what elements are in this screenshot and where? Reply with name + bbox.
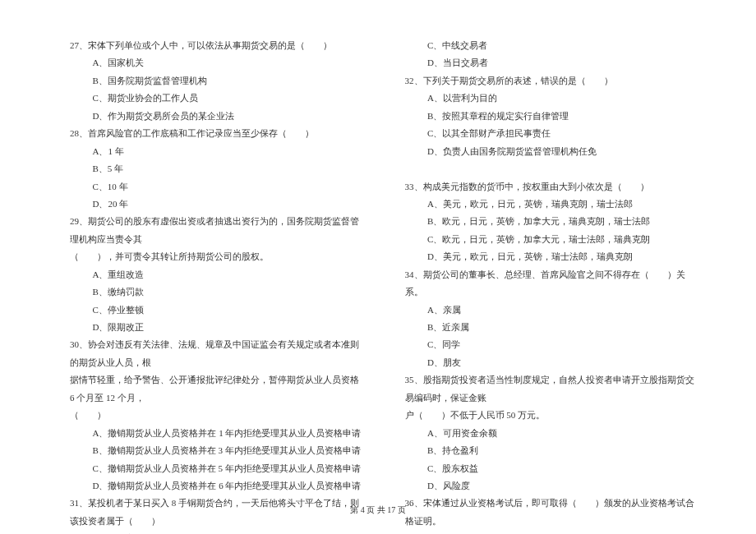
q33-opt-d: D、美元，欧元，日元，英镑，瑞士法郎，瑞典克朗: [405, 248, 699, 265]
q29-opt-c: C、停业整顿: [70, 302, 364, 319]
q35-cont: 户（ ）不低于人民币 50 万元。: [405, 407, 699, 424]
q29-title: 29、期货公司的股东有虚假出资或者抽逃出资行为的，国务院期货监督管理机构应当责令…: [70, 213, 364, 248]
q31-opt-a: A、长线交易者: [70, 530, 364, 534]
q34-opt-d: D、朋友: [405, 354, 699, 371]
q27-opt-b: B、国务院期货监督管理机构: [70, 72, 364, 90]
q27-opt-a: A、国家机关: [70, 54, 364, 71]
q29-opt-b: B、缴纳罚款: [70, 283, 364, 301]
q30-title: 30、协会对违反有关法律、法规、规章及中国证监会有关规定或者本准则的期货从业人员…: [70, 336, 364, 371]
q27-opt-c: C、期货业协会的工作人员: [70, 90, 364, 107]
q28-opt-d: D、20 年: [70, 196, 364, 213]
q30-opt-a: A、撤销期货从业人员资格并在 1 年内拒绝受理其从业人员资格申请: [70, 425, 364, 442]
q27-title: 27、宋体下列单位或个人中，可以依法从事期货交易的是（ ）: [70, 37, 364, 54]
q35-title: 35、股指期货投资者适当性制度规定，自然人投资者申请开立股指期货交易编码时，保证…: [405, 371, 699, 407]
q29-cont: （ ），并可责令其转让所持期货公司的股权。: [70, 248, 364, 265]
q34-opt-b: B、近亲属: [405, 319, 699, 336]
q30-opt-d: D、撤销期货从业人员资格并在 6 年内拒绝受理其从业人员资格申请: [70, 477, 364, 495]
q34-opt-a: A、亲属: [405, 302, 699, 319]
q27-opt-d: D、作为期货交易所会员的某企业法: [70, 108, 364, 125]
q31-opt-d: D、当日交易者: [405, 54, 699, 71]
q36-opt-a: A、中国证监会: [405, 530, 699, 534]
q28-opt-a: A、1 年: [70, 143, 364, 160]
q32-opt-b: B、按照其章程的规定实行自律管理: [405, 108, 699, 125]
q28-title: 28、首席风险官的工作底稿和工作记录应当至少保存（ ）: [70, 125, 364, 142]
q35-opt-c: C、股东权益: [405, 460, 699, 477]
q30-cont2: （ ）: [70, 407, 364, 424]
q28-opt-c: C、10 年: [70, 178, 364, 196]
q32-opt-c: C、以其全部财产承担民事责任: [405, 125, 699, 142]
left-column: 27、宋体下列单位或个人中，可以依法从事期货交易的是（ ） A、国家机关 B、国…: [70, 37, 364, 534]
q33-opt-c: C、欧元，日元，英镑，加拿大元，瑞士法郎，瑞典克朗: [405, 231, 699, 248]
page-footer: 第 4 页 共 17 页: [0, 504, 756, 516]
q29-opt-d: D、限期改正: [70, 319, 364, 336]
q28-opt-b: B、5 年: [70, 160, 364, 177]
q33-title: 33、构成美元指数的货币中，按权重由大到小依次是（ ）: [405, 178, 699, 196]
spacer: [405, 160, 699, 177]
q32-title: 32、下列关于期货交易所的表述，错误的是（ ）: [405, 72, 699, 90]
q34-opt-c: C、同学: [405, 336, 699, 353]
right-column: C、中线交易者 D、当日交易者 32、下列关于期货交易所的表述，错误的是（ ） …: [405, 37, 699, 534]
q35-opt-a: A、可用资金余额: [405, 425, 699, 442]
q33-opt-a: A、美元，欧元，日元，英镑，瑞典克朗，瑞士法郎: [405, 196, 699, 213]
q31-opt-c: C、中线交易者: [405, 37, 699, 54]
q35-opt-d: D、风险度: [405, 477, 699, 495]
q33-opt-b: B、欧元，日元，英镑，加拿大元，瑞典克朗，瑞士法郎: [405, 213, 699, 230]
q29-opt-a: A、重组改造: [70, 266, 364, 283]
q30-cont: 据情节轻重，给予警告、公开通报批评纪律处分，暂停期货从业人员资格 6 个月至 1…: [70, 371, 364, 407]
q32-opt-d: D、负责人由国务院期货监督管理机构任免: [405, 143, 699, 160]
q35-opt-b: B、持仓盈利: [405, 442, 699, 459]
q34-title: 34、期货公司的董事长、总经理、首席风险官之间不得存在（ ）关系。: [405, 266, 699, 302]
q30-opt-b: B、撤销期货从业人员资格并在 3 年内拒绝受理其从业人员资格申请: [70, 442, 364, 459]
q32-opt-a: A、以营利为目的: [405, 90, 699, 107]
q30-opt-c: C、撤销期货从业人员资格并在 5 年内拒绝受理其从业人员资格申请: [70, 460, 364, 477]
